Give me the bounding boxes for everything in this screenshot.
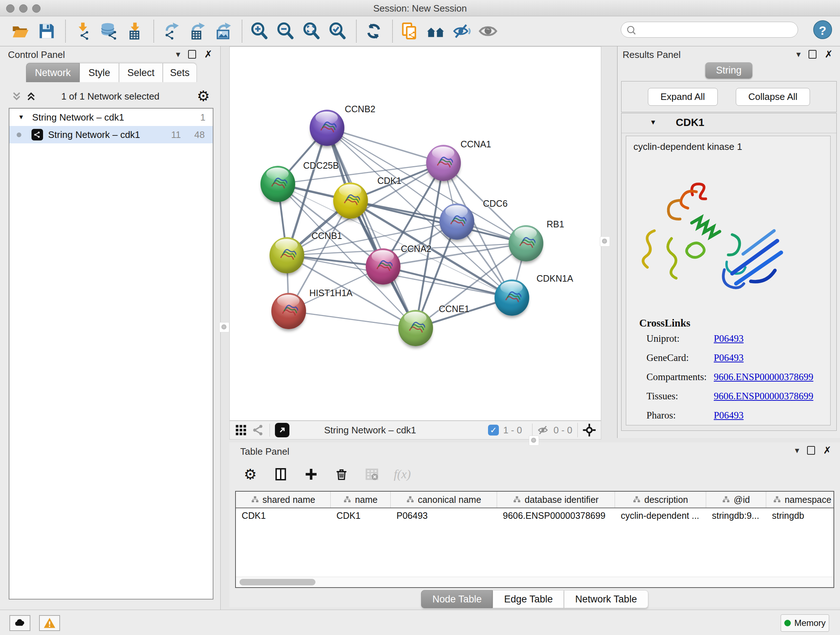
- crosslink-link[interactable]: P06493: [714, 333, 744, 344]
- delete-column-icon[interactable]: [333, 466, 349, 482]
- share-view-icon[interactable]: [252, 424, 264, 436]
- network-node-rb1[interactable]: [508, 225, 543, 261]
- tab-network-table[interactable]: Network Table: [564, 590, 648, 608]
- network-options-gear-icon[interactable]: ⚙: [197, 88, 210, 104]
- crosslink-link[interactable]: P06493: [714, 352, 744, 363]
- column-header-namespace[interactable]: namespace: [766, 492, 834, 508]
- network-node-ccnb2[interactable]: [309, 110, 344, 146]
- crosslink-link[interactable]: P06493: [714, 410, 744, 421]
- network-selected-status: 1 of 1 Network selected: [0, 91, 221, 102]
- network-node-ccna2[interactable]: [366, 249, 401, 285]
- table-panel-close-icon[interactable]: ✗: [823, 445, 831, 456]
- scrollbar-thumb[interactable]: [240, 579, 316, 585]
- split-column-icon[interactable]: [273, 466, 289, 482]
- collection-caret-icon[interactable]: ▼: [18, 114, 24, 121]
- network-edge[interactable]: [289, 311, 416, 328]
- network-node-cdc25b[interactable]: [261, 166, 295, 202]
- control-panel-menu-icon[interactable]: ▾: [176, 49, 180, 59]
- network-share-icon: [32, 129, 43, 141]
- network-node-cdkn1a[interactable]: [494, 279, 529, 316]
- control-panel-float-icon[interactable]: [188, 50, 196, 59]
- right-splitter-handle[interactable]: [600, 236, 610, 247]
- results-panel-float-icon[interactable]: [808, 50, 816, 59]
- network-node-ccne1[interactable]: [398, 310, 433, 346]
- column-header--id[interactable]: @id: [706, 492, 766, 508]
- hide-selected-icon[interactable]: [452, 21, 472, 42]
- network-node-ccnb1[interactable]: [270, 237, 304, 273]
- crosslink-link[interactable]: 9606.ENSP00000378699: [714, 391, 813, 402]
- network-collection-row[interactable]: ▼ String Network – cdk1 1: [9, 109, 213, 126]
- column-header-database-identifier[interactable]: database identifier: [497, 492, 615, 508]
- results-panel-close-icon[interactable]: ✗: [824, 49, 833, 60]
- results-panel-title: Results Panel: [622, 49, 681, 60]
- status-bar: Memory: [0, 610, 840, 635]
- save-session-icon[interactable]: [36, 21, 57, 42]
- clone-network-icon[interactable]: [399, 21, 420, 42]
- tab-network[interactable]: Network: [26, 63, 80, 82]
- left-splitter-handle[interactable]: [219, 322, 229, 333]
- column-header-name[interactable]: name: [331, 492, 391, 508]
- network-node-ccna1[interactable]: [426, 145, 461, 181]
- zoom-fit-icon[interactable]: [301, 21, 322, 42]
- import-database-icon[interactable]: [98, 21, 119, 42]
- show-all-icon[interactable]: [477, 21, 499, 42]
- table-toolbar: ⚙f(x): [242, 463, 410, 486]
- results-entry-body: cyclin-dependent kinase 1: [626, 136, 831, 425]
- control-panel-close-icon[interactable]: ✗: [204, 49, 212, 60]
- results-panel-menu-icon[interactable]: ▾: [796, 49, 801, 59]
- export-network-icon[interactable]: [161, 21, 182, 42]
- cloud-button[interactable]: [9, 615, 30, 631]
- zoom-out-icon[interactable]: [275, 21, 296, 42]
- protein-thumbnail: [317, 119, 336, 138]
- collapse-all-button[interactable]: Collapse All: [736, 88, 810, 106]
- network-node-hist1h1a[interactable]: [271, 293, 306, 329]
- zoom-in-icon[interactable]: [249, 21, 270, 42]
- open-session-icon[interactable]: [10, 21, 31, 42]
- help-button[interactable]: ?: [813, 20, 832, 39]
- export-image-icon[interactable]: [213, 21, 234, 42]
- network-row-selected[interactable]: String Network – cdk1 11 48: [9, 126, 213, 143]
- expand-all-button[interactable]: Expand All: [648, 88, 718, 106]
- export-table-icon[interactable]: [187, 21, 208, 42]
- network-canvas[interactable]: CCNB2 CCNA1 CDC25B CDK1 CDC6 RB1 CCNB1 C…: [229, 46, 601, 421]
- refresh-icon[interactable]: [363, 21, 384, 42]
- network-node-cdk1[interactable]: [333, 182, 368, 219]
- crosshair-icon[interactable]: [577, 423, 601, 437]
- column-header-shared-name[interactable]: shared name: [236, 492, 331, 508]
- open-in-window-icon[interactable]: [275, 423, 289, 437]
- import-table-icon[interactable]: [125, 21, 145, 42]
- memory-status-icon: [784, 620, 791, 626]
- grid-view-icon[interactable]: [235, 424, 247, 436]
- memory-button[interactable]: Memory: [781, 614, 829, 632]
- crosslink-link[interactable]: 9606.ENSP00000378699: [714, 371, 813, 383]
- add-column-icon[interactable]: [303, 466, 319, 482]
- column-header-description[interactable]: description: [615, 492, 706, 508]
- selected-checkbox-icon[interactable]: ✓: [488, 424, 499, 435]
- hidden-eye-icon[interactable]: [538, 424, 549, 436]
- protein-thumbnail: [516, 234, 535, 253]
- table-panel-menu-icon[interactable]: ▾: [795, 445, 799, 455]
- string-home-icon[interactable]: [425, 21, 447, 42]
- tab-style[interactable]: Style: [80, 63, 119, 82]
- network-node-cdc6[interactable]: [439, 203, 474, 240]
- table-row[interactable]: CDK1CDK1P064939606.ENSP00000378699cyclin…: [236, 508, 834, 524]
- entry-caret-icon[interactable]: ▼: [650, 119, 657, 126]
- search-input[interactable]: [640, 24, 793, 36]
- table-panel-float-icon[interactable]: [807, 446, 815, 455]
- network-edge[interactable]: [327, 128, 444, 163]
- bottom-splitter-handle[interactable]: [529, 435, 539, 446]
- tab-edge-table[interactable]: Edge Table: [493, 590, 564, 608]
- tab-node-table[interactable]: Node Table: [421, 590, 493, 608]
- import-network-icon[interactable]: [73, 21, 93, 42]
- results-entry-header[interactable]: ▼ CDK1: [622, 113, 836, 133]
- tab-sets[interactable]: Sets: [163, 63, 197, 82]
- tab-string[interactable]: String: [705, 62, 752, 79]
- column-header-canonical-name[interactable]: canonical name: [391, 492, 497, 508]
- table-settings-gear-icon[interactable]: ⚙: [242, 466, 258, 482]
- tab-select[interactable]: Select: [119, 63, 163, 82]
- table-horizontal-scrollbar[interactable]: [236, 577, 834, 587]
- warning-button[interactable]: [39, 615, 60, 631]
- node-label-hist1h1a: HIST1H1A: [309, 288, 352, 298]
- zoom-selected-icon[interactable]: [327, 21, 348, 42]
- crosslink-row: GeneCard: P06493: [646, 352, 827, 363]
